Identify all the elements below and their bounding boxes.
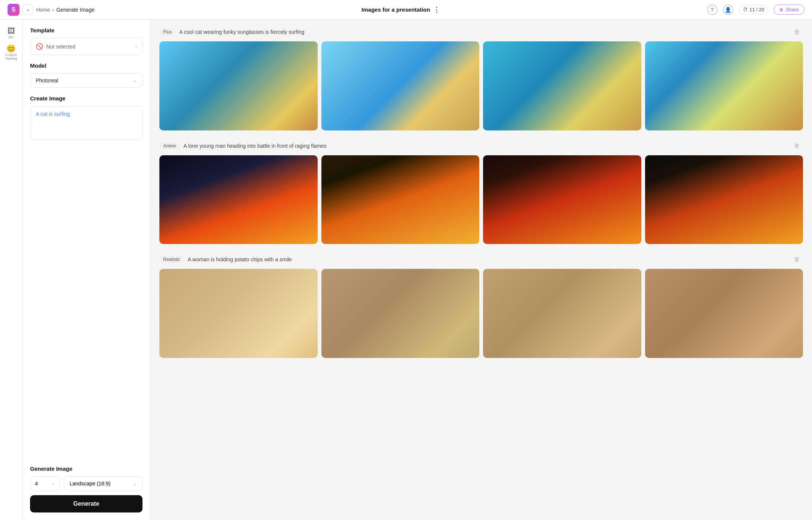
group-prompt-2: A woman is holding potato chips with a s… [188,256,787,262]
generation-group-0: FluxA cool cat wearing funky sunglasses … [159,27,803,130]
count-select[interactable]: 4 ⌄ [30,476,60,491]
count-chevron: ⌄ [52,481,55,486]
model-section: Model Photoreal ⌄ [30,62,142,88]
image-card-0-3[interactable] [645,41,803,130]
count-aspect-row: 4 ⌄ Landscape (16:9) ⌄ [30,476,142,491]
style-badge-2: Realistic [159,256,184,263]
image-card-0-0[interactable] [159,41,318,130]
back-icon: ‹ [27,7,29,13]
share-button[interactable]: ⊕ Share [774,5,804,15]
image-card-1-0[interactable] [159,155,318,244]
image-card-1-2[interactable] [483,155,641,244]
user-icon: 👤 [725,7,731,13]
generation-group-1: AnimeA lone young man heading into battl… [159,141,803,244]
page-title: Images for a presentation [362,6,430,13]
breadcrumb: Home › Generate Image [36,7,94,13]
bg-label: BG [9,35,14,39]
model-select[interactable]: Photoreal ⌄ [30,73,142,88]
model-selected-value: Photoreal [36,77,58,83]
count-value: 4 [35,481,38,487]
user-button[interactable]: 👤 [723,5,733,15]
aspect-value: Landscape (16:9) [70,481,111,487]
not-selected-label: Not selected [46,44,76,50]
images-grid-1 [159,155,803,244]
style-badge-0: Flux [159,28,176,36]
group-header-0: FluxA cool cat wearing funky sunglasses … [159,27,803,37]
breadcrumb-home[interactable]: Home [36,7,50,13]
credits-count: 11 / 20 [750,7,765,12]
image-card-1-3[interactable] [645,155,803,244]
style-badge-1: Anime [159,142,180,150]
breadcrumb-current: Generate Image [56,7,94,13]
group-prompt-1: A lone young man heading into battle in … [183,143,787,149]
template-selector-left: 🚫 Not selected [36,43,76,50]
page-title-area: Images for a presentation ⋮ [362,6,440,14]
image-card-2-2[interactable] [483,269,641,358]
breadcrumb-separator: › [52,7,54,13]
model-section-title: Model [30,62,142,69]
nav-left: S ‹ Home › Generate Image [8,4,94,16]
custom-training-label: Custom Training [2,53,20,61]
template-section: Template 🚫 Not selected › [30,27,142,55]
share-icon: ⊕ [779,7,783,12]
credits-icon: ⏱ [743,7,748,12]
model-chevron: ⌄ [133,78,137,83]
help-icon: ? [711,7,714,13]
left-panel: Template 🚫 Not selected › Model Photorea… [23,20,150,520]
create-image-title: Create Image [30,95,142,102]
image-card-0-2[interactable] [483,41,641,130]
nav-right: ? 👤 ⏱ 11 / 20 ⊕ Share [707,5,804,15]
generation-group-2: RealisticA woman is holding potato chips… [159,255,803,358]
images-grid-0 [159,41,803,130]
image-card-1-1[interactable] [321,155,480,244]
aspect-chevron: ⌄ [133,481,137,486]
share-label: Share [786,7,799,12]
not-selected-icon: 🚫 [36,43,43,50]
images-grid-2 [159,269,803,358]
main-layout: 🖼 BG 😊 Custom Training Template 🚫 Not se… [0,20,812,520]
credits-badge: ⏱ 11 / 20 [739,5,769,14]
content-area: FluxA cool cat wearing funky sunglasses … [150,20,812,520]
group-header-1: AnimeA lone young man heading into battl… [159,141,803,151]
generate-image-label: Generate Image [30,465,142,472]
template-section-title: Template [30,27,142,33]
template-chevron: › [135,44,137,49]
sidebar-icons: 🖼 BG 😊 Custom Training [0,20,23,520]
sidebar-item-custom-training[interactable]: 😊 Custom Training [2,44,20,62]
bg-icon: 🖼 [8,27,15,35]
delete-group-2-button[interactable]: 🗑 [791,255,803,264]
delete-group-0-button[interactable]: 🗑 [791,27,803,37]
template-selector[interactable]: 🚫 Not selected › [30,38,142,55]
app-logo: S [8,4,20,16]
generate-button[interactable]: Generate [30,495,142,512]
help-button[interactable]: ? [707,5,718,15]
prompt-textarea[interactable]: A cat is surfing [30,106,142,140]
back-button[interactable]: ‹ [23,5,33,15]
aspect-select[interactable]: Landscape (16:9) ⌄ [64,476,142,491]
bottom-controls: Generate Image 4 ⌄ Landscape (16:9) ⌄ Ge… [30,458,142,512]
delete-group-1-button[interactable]: 🗑 [791,141,803,151]
image-card-2-0[interactable] [159,269,318,358]
create-image-section: Create Image A cat is surfing [30,95,142,141]
sidebar-item-bg[interactable]: 🖼 BG [2,24,20,42]
group-prompt-0: A cool cat wearing funky sunglasses is f… [179,29,787,35]
top-nav: S ‹ Home › Generate Image Images for a p… [0,0,812,20]
image-card-2-1[interactable] [321,269,480,358]
group-header-2: RealisticA woman is holding potato chips… [159,255,803,264]
custom-training-icon: 😊 [6,45,16,52]
image-card-2-3[interactable] [645,269,803,358]
image-card-0-1[interactable] [321,41,480,130]
title-more-icon[interactable]: ⋮ [433,6,440,14]
